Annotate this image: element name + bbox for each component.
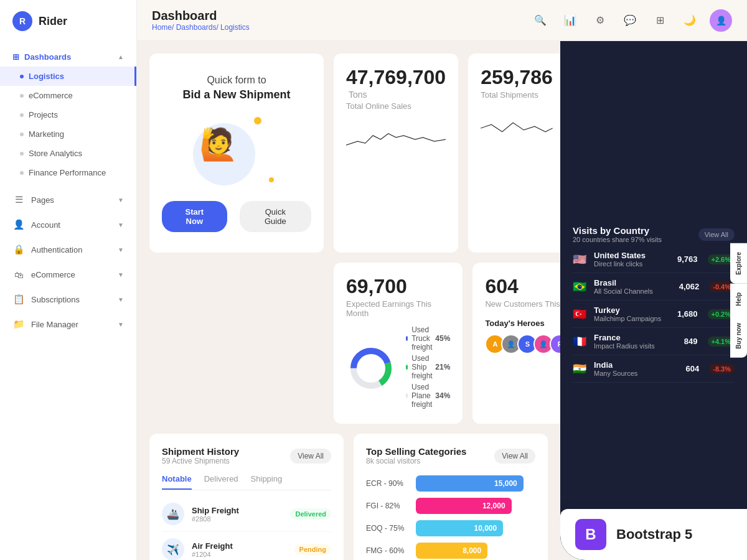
buy-now-button[interactable]: Buy now [730,314,747,358]
bar-fill-2: 12,000 [416,498,512,514]
chevron-down-icon: ▼ [118,296,124,303]
sidebar-item-marketing[interactable]: Marketing [0,124,136,144]
dashboards-section-title: ⊞ Dashboards [12,52,71,62]
pages-icon: ☰ [12,194,25,206]
dashboards-section-header[interactable]: ⊞ Dashboards ▲ [0,47,136,67]
bar-row-4: FMG - 60% 8,000 [366,543,535,559]
logo-text: Rider [39,15,67,28]
avatars-row: A 👤 S 👤 P 👤 +2 [485,334,560,354]
visits-header: Visits by Country 20 countries share 97%… [573,225,735,243]
total-sales-card: 47,769,700 Tons Total Online Sales [334,54,458,253]
shipment-view-all[interactable]: View All [290,449,331,464]
sidebar-item-pages[interactable]: ☰ Pages ▼ [0,187,136,212]
account-icon: 👤 [12,218,25,231]
shipment-row-1: 🚢 Ship Freight #2808 Delivered [162,497,331,532]
country-source-in: Many Sources [594,370,680,377]
legend-ship: Used Ship freight 21% [406,354,450,380]
earnings-value-row: 69,700 [346,275,450,298]
tab-shipping[interactable]: Shipping [251,474,283,490]
side-actions: Explore Help Buy now [730,243,747,358]
bar-value-1: 15,000 [494,479,517,488]
visits-view-all[interactable]: View All [698,228,735,241]
new-customers-value-row: 604 [485,275,560,298]
bar-track-2: 12,000 [416,498,535,514]
flag-br: 🇧🇷 [573,280,588,294]
bar-label-4: FMG - 60% [366,546,410,555]
country-visits-tr: 1,680 [677,309,698,319]
start-now-button[interactable]: Start Now [162,201,227,232]
chat-button[interactable]: 💬 [620,11,640,30]
illus-person: 🙋 [199,126,238,162]
sales-chart [346,121,446,158]
hero-title: Quick form to [207,75,266,86]
sidebar-item-projects[interactable]: Projects [0,105,136,124]
chevron-down-icon: ▼ [118,197,124,203]
grid-button[interactable]: ⊞ [650,11,670,30]
bar-label-2: FGI - 82% [366,502,410,510]
tab-delivered[interactable]: Delivered [204,474,238,490]
chart-button[interactable]: 📊 [560,11,580,30]
dot [20,152,24,156]
bar-row-2: FGI - 82% 12,000 [366,498,535,514]
sidebar-item-finance[interactable]: Finance Performance [0,163,136,182]
country-row-in: 🇮🇳 India Many Sources 604 -8.3% [573,355,735,383]
sidebar-item-authentication[interactable]: 🔒 Authentication ▼ [0,237,136,262]
sidebar-item-ecommerce-top[interactable]: 🛍 eCommerce ▼ [0,262,136,287]
logo[interactable]: R Rider [0,0,136,42]
sidebar-item-filemanager[interactable]: 📁 File Manager ▼ [0,312,136,337]
shipment-header: Shipment History 59 Active Shipments Vie… [162,446,331,465]
sidebar-item-store-analytics[interactable]: Store Analytics [0,144,136,163]
content-area: Quick form to Bid a New Shipment 🙋 Start… [137,41,747,560]
donut-chart [346,343,396,393]
sidebar-item-logistics[interactable]: Logistics [0,67,136,86]
earnings-card: 69,700 Expected Earnings This Month [334,263,463,424]
sidebar-item-subscriptions[interactable]: 📋 Subscriptions ▼ [0,287,136,312]
page-title: Dashboard [152,9,250,23]
explore-button[interactable]: Explore [730,243,747,284]
settings-button[interactable]: ⚙ [590,11,610,30]
chevron-down-icon: ▼ [118,271,124,278]
top-selling-view-all[interactable]: View All [494,449,535,464]
top-row: Quick form to Bid a New Shipment 🙋 Start… [149,54,548,253]
top-selling-card: Top Selling Categories 8k social visitor… [354,434,548,560]
hero-card: Quick form to Bid a New Shipment 🙋 Start… [149,54,324,253]
header-actions: 🔍 📊 ⚙ 💬 ⊞ 🌙 👤 [530,9,732,32]
country-row-us: 🇺🇸 United States Direct link clicks 9,76… [573,246,735,273]
ship-name-2: Air Freight [192,541,287,551]
hero-illustration: 🙋 [181,114,293,195]
ship-id-2: #1204 [192,551,287,558]
bar-value-2: 12,000 [482,502,505,510]
country-source-tr: Mailchimp Campaigns [594,315,671,322]
dot [20,171,24,175]
subscriptions-icon: 📋 [12,293,25,306]
bootstrap-text: Bootstrap 5 [616,526,692,543]
avatar-p: P [550,334,560,354]
total-sales-value: 47,769,700 [346,66,446,88]
content-main: Quick form to Bid a New Shipment 🙋 Start… [137,41,560,560]
ship-icon-1: 🚢 [162,503,184,525]
bar-track-3: 10,000 [416,520,535,536]
sales-line-chart [346,121,446,158]
theme-button[interactable]: 🌙 [680,11,700,30]
country-info-in: India Many Sources [594,360,680,377]
sidebar-item-account[interactable]: 👤 Account ▼ [0,212,136,237]
country-source-br: All Social Channels [594,287,673,295]
total-shipments-value-row: 259,786 [481,66,553,89]
quick-guide-button[interactable]: Quick Guide [240,201,311,232]
search-button[interactable]: 🔍 [530,11,550,30]
heroes-section: Today's Heroes A 👤 S 👤 P 👤 +2 [485,319,560,354]
tab-notable[interactable]: Notable [162,474,192,490]
sidebar-item-ecommerce[interactable]: eCommerce [0,86,136,105]
country-visits-in: 604 [686,364,700,373]
help-button[interactable]: Help [730,284,747,315]
filemanager-icon: 📁 [12,318,25,330]
user-avatar[interactable]: 👤 [710,9,732,32]
bar-row-3: EOQ - 75% 10,000 [366,520,535,536]
country-name-br: Brasil [594,278,673,287]
new-customers-value: 604 [485,275,518,297]
shipments-line-chart [481,110,553,147]
visits-section: Visits by Country 20 countries share 97%… [573,225,735,383]
flag-in: 🇮🇳 [573,362,588,376]
bar-value-3: 10,000 [474,524,497,533]
dot [20,113,24,117]
